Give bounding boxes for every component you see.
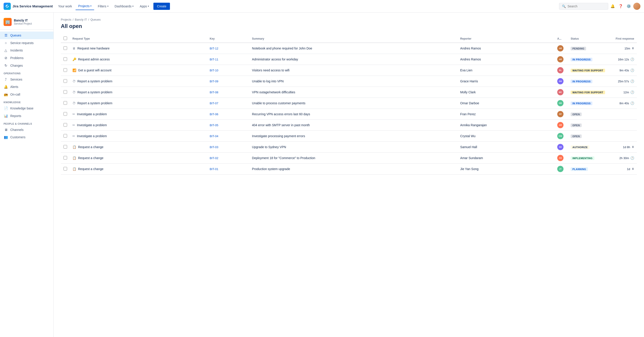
issue-key-link[interactable]: BIT-08 — [210, 91, 218, 94]
top-navigation: Jira Service Management Your work Projec… — [0, 0, 644, 13]
on-call-label: On-call — [10, 93, 20, 96]
clock-icon: 🕐 — [630, 80, 634, 83]
search-box[interactable]: 🔍 — [559, 3, 608, 10]
sidebar-item-queues[interactable]: ☰ Queues — [0, 32, 54, 39]
issue-key-link[interactable]: BIT-06 — [210, 113, 218, 116]
sidebar-item-changes[interactable]: ↻ Changes — [0, 62, 54, 69]
row-checkbox-cell — [61, 120, 70, 131]
issue-key-link[interactable]: BIT-02 — [210, 156, 218, 160]
first-response-cell: 8m 40s 🕐 — [608, 98, 637, 109]
assignee-avatar: EL — [557, 67, 564, 73]
app-logo[interactable]: Jira Service Management — [4, 3, 53, 10]
issue-key-link[interactable]: BIT-12 — [210, 47, 218, 50]
your-work-link[interactable]: Your work — [56, 3, 75, 10]
assignee-cell: SH — [554, 142, 568, 153]
request-type-label: Request a change — [78, 167, 104, 171]
sidebar-item-reports[interactable]: 📊 Reports — [0, 112, 54, 120]
notifications-button[interactable]: 🔔 — [609, 3, 616, 10]
channels-label: Channels — [10, 128, 24, 132]
row-checkbox[interactable] — [64, 46, 67, 50]
request-type-icon: ⏱ — [72, 101, 76, 105]
summary-cell: Unable to process customer payments — [249, 98, 458, 109]
issue-key-link[interactable]: BIT-10 — [210, 69, 218, 72]
help-button[interactable]: ❓ — [617, 3, 624, 10]
assignee-cell: JY — [554, 164, 568, 175]
key-cell: BIT-06 — [207, 109, 249, 120]
dashboards-chevron-icon: ▾ — [132, 5, 134, 8]
issue-key-link[interactable]: BIT-04 — [210, 135, 218, 138]
key-cell: BIT-11 — [207, 54, 249, 65]
clock-icon: 🕐 — [630, 156, 634, 160]
knowledge-section-label: KNOWLEDGE — [0, 98, 54, 105]
sidebar-item-channels[interactable]: 🖥 Channels — [0, 126, 54, 133]
sidebar-item-incidents[interactable]: △ Incidents — [0, 47, 54, 54]
assignee-avatar: MC — [557, 89, 564, 95]
request-type-icon: ✂ — [72, 134, 75, 138]
assignee-initials: AR — [559, 124, 562, 126]
row-checkbox[interactable] — [64, 57, 67, 61]
project-header: 🏢 Bancly IT Service Project — [0, 16, 54, 30]
settings-button[interactable]: ⚙️ — [625, 3, 632, 10]
issue-key-link[interactable]: BIT-07 — [210, 102, 218, 105]
projects-chevron-icon: ▾ — [90, 5, 92, 7]
row-checkbox[interactable] — [64, 79, 67, 83]
issue-key-link[interactable]: BIT-01 — [210, 167, 218, 171]
first-response-value: 16m 12s — [618, 58, 629, 61]
apps-link[interactable]: Apps ▾ — [137, 3, 152, 10]
first-response-cell: 16m 12s 🕐 — [608, 54, 637, 65]
key-cell: BIT-03 — [207, 142, 249, 153]
dashboards-link[interactable]: Dashboards ▾ — [112, 3, 136, 10]
row-checkbox[interactable] — [64, 167, 67, 171]
assignee-initials: EL — [559, 69, 562, 71]
first-response-value: 2h 30m — [620, 156, 629, 160]
breadcrumb-sep2: / — [88, 18, 89, 21]
row-checkbox-cell — [61, 98, 70, 109]
request-type-label: Request admin access — [78, 58, 110, 61]
issue-key-link[interactable]: BIT-03 — [210, 145, 218, 149]
select-all-checkbox[interactable] — [64, 37, 67, 40]
project-name: Bancly IT — [14, 19, 32, 22]
key-header: Key — [207, 35, 249, 43]
sidebar-item-on-call[interactable]: 📻 On-call — [0, 91, 54, 98]
projects-link[interactable]: Projects ▾ — [76, 3, 94, 10]
row-checkbox[interactable] — [64, 123, 67, 127]
clock-icon: 🕐 — [630, 101, 634, 105]
queues-icon: ☰ — [4, 33, 8, 37]
status-badge: AUTHORIZE — [571, 145, 590, 149]
sidebar-item-alerts[interactable]: 🔔 Alerts — [0, 83, 54, 91]
pause-icon: ⏸ — [632, 167, 634, 171]
sidebar-item-problems[interactable]: ⊘ Problems — [0, 54, 54, 62]
row-checkbox[interactable] — [64, 134, 67, 138]
breadcrumb-project[interactable]: Bancly IT — [75, 18, 87, 21]
row-checkbox[interactable] — [64, 145, 67, 149]
issue-summary: Visitors need access to wifi — [252, 69, 290, 72]
sidebar-item-customers[interactable]: 👥 Customers — [0, 133, 54, 141]
row-checkbox[interactable] — [64, 112, 67, 116]
issue-key-link[interactable]: BIT-11 — [210, 58, 218, 61]
create-button[interactable]: Create — [154, 3, 170, 10]
issue-key-link[interactable]: BIT-05 — [210, 124, 218, 127]
reporter-name: Eva Lien — [460, 69, 472, 72]
row-checkbox[interactable] — [64, 90, 67, 94]
channels-icon: 🖥 — [4, 128, 8, 132]
sidebar-item-services[interactable]: ⤴ Services — [0, 76, 54, 83]
user-avatar[interactable] — [633, 3, 640, 10]
sidebar-item-service-requests[interactable]: ○ Service requests — [0, 39, 54, 47]
filters-link[interactable]: Filters ▾ — [95, 3, 111, 10]
row-checkbox[interactable] — [64, 156, 67, 160]
table-row: ⏱ Report a system problem BIT-09 Unable … — [61, 76, 637, 87]
changes-icon: ↻ — [4, 64, 8, 68]
search-input[interactable] — [568, 5, 605, 8]
row-checkbox[interactable] — [64, 101, 67, 105]
clock-icon: 🕐 — [630, 90, 634, 94]
issue-key-link[interactable]: BIT-09 — [210, 80, 218, 83]
key-cell: BIT-01 — [207, 164, 249, 175]
reporter-cell: Grace Harris — [458, 76, 554, 87]
sidebar-item-knowledge-base[interactable]: 📄 Knowledge base — [0, 105, 54, 112]
assignee-initials: JY — [559, 168, 562, 170]
reporter-cell: Samuel Hall — [458, 142, 554, 153]
status-badge: PENDING — [571, 47, 586, 50]
breadcrumb-projects[interactable]: Projects — [61, 18, 71, 21]
row-checkbox[interactable] — [64, 68, 67, 72]
summary-cell: Administrator access for workday — [249, 54, 458, 65]
